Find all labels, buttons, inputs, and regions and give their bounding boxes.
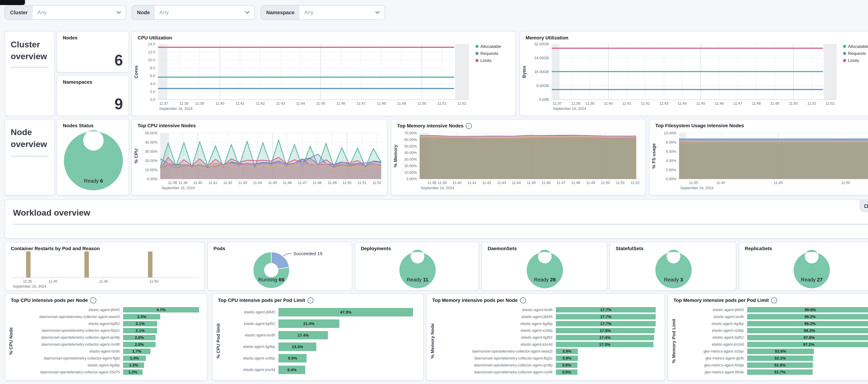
bar-category-label: elastic-agent-4g4kp <box>222 345 278 349</box>
bar-value-label: 17.4% <box>298 333 309 338</box>
bar-category-label: elastic-agent-tsrdh <box>15 349 123 353</box>
y-tick-label: 32.00GB <box>534 42 549 46</box>
x-tick-label: 11:40 <box>604 101 613 105</box>
y-tick-label: 10.0 <box>148 58 155 62</box>
statefulsets-panel: StatefulSets Ready 3 <box>610 242 736 291</box>
bar-row: elastic-agent-j684547.3% <box>222 307 419 318</box>
pods-donut[interactable]: Running 66Succeeded 19 <box>208 242 352 290</box>
cpu-utilization-chart[interactable]: 0.02.04.06.08.010.012.014.011:3711:3811:… <box>132 32 516 116</box>
divider <box>11 67 49 68</box>
x-tick-label: 11:48 <box>377 101 386 105</box>
namespace-filter-select[interactable]: Namespace Any <box>260 5 385 20</box>
bar: 2.0% <box>123 342 155 347</box>
bar-category-label: gke-metrics-agent-gtclh <box>677 356 747 360</box>
x-tick-label: 11:45 <box>774 181 783 185</box>
x-tick-label: 11:45 <box>316 101 325 105</box>
x-tick-label: 11:47 <box>557 181 565 185</box>
x-tick-label: 11:46 <box>715 101 724 105</box>
donut-slice <box>794 250 830 288</box>
bar-row: elastic-agent-bpf522.1% <box>15 320 203 327</box>
bar: 51.8% <box>747 362 813 368</box>
y-axis-title: % CPU <box>133 149 139 163</box>
bar-value-label: 17.7% <box>600 321 612 326</box>
info-icon[interactable]: i <box>520 297 526 303</box>
y-tick-label: 4.00% <box>666 159 676 163</box>
legend-dot <box>475 52 478 55</box>
bar-row: elastic-agent-j68454.7% <box>15 307 203 313</box>
panel-title: Deployments <box>361 246 391 251</box>
x-tick-label: 11:48 <box>313 181 322 185</box>
donut-label: Ready 3 <box>664 277 683 283</box>
info-icon[interactable]: i <box>307 297 313 303</box>
bar-category-label: elastic-agent-jmz4d <box>436 342 556 347</box>
bar-value-label: 97.2% <box>803 342 814 347</box>
bar: 1.4% <box>123 355 146 361</box>
bar-value-label: 2.0% <box>135 335 144 340</box>
top-memory-nodes-chart[interactable]: 0.00%10.00%20.00%30.00%40.00%50.00%60.00… <box>391 120 645 195</box>
x-tick-label: 11:40 <box>453 181 462 185</box>
bar-row: daemonset-opentelemetry-collector-agent-… <box>436 355 660 362</box>
bar-category-label: elastic-agent-xz66p <box>677 328 747 332</box>
cluster-filter-label: Cluster <box>5 5 33 19</box>
panel-title: Top Memory intensive Nodes <box>397 123 464 129</box>
x-tick-label: 11:42 <box>223 181 232 185</box>
x-tick-label: 11:52 <box>826 101 835 105</box>
legend-label: Limits <box>480 58 492 63</box>
y-tick-label: 60.00% <box>404 138 417 142</box>
y-tick-label: 6.0 <box>150 74 155 78</box>
bar-category-label: daemonset-opentelemetry-collector-agent-… <box>436 349 556 353</box>
bar-row: daemonset-opentelemetry-collector-agent-… <box>15 355 203 362</box>
panel-title: Top Memory intensive pods per Node <box>432 297 518 303</box>
top-cpu-pods-node-chart[interactable]: % CPU Node elastic-agent-j68454.7%daemon… <box>7 307 202 376</box>
bar-value-label: 17.7% <box>600 308 612 312</box>
memory-utilization-chart[interactable]: 0.00B8.00GB16.00GB24.00GB32.00GB11:3711:… <box>520 32 868 116</box>
node-filter-select[interactable]: Node Any <box>131 5 255 20</box>
x-tick-label: 11:39 <box>438 181 447 185</box>
bar-category-label: elastic-agent-j6845 <box>436 315 556 319</box>
top-memory-pods-limit-chart[interactable]: % Memory Pod Limit elastic-agent-j684599… <box>670 307 868 376</box>
bar-category-label: elastic-agent-jmz4d <box>677 342 747 347</box>
top-memory-pods-node-chart[interactable]: % Memory Node elastic-agent-tsrdh17.7%el… <box>429 307 660 376</box>
top-cpu-nodes-chart[interactable]: 0.00%10.00%20.00%30.00%40.00%50.00%11:38… <box>132 120 387 195</box>
donut-label: Ready 11 <box>407 277 428 283</box>
top-fs-nodes-chart[interactable]: 0.00%2.00%4.00%6.00%8.00%10.00%11:3511:4… <box>650 120 868 195</box>
x-tick-label: 11:50 <box>417 101 426 105</box>
bar-value-label: 1.7% <box>132 349 141 354</box>
y-tick-label: 0.00% <box>147 177 157 181</box>
x-tick-label: 11:40 <box>716 181 725 185</box>
top-cpu-pods-limit-chart[interactable]: % CPU Pod limit elastic-agent-j684547.3%… <box>215 307 418 376</box>
panel-title: Top Filesystem Usage intensive Nodes <box>655 123 744 128</box>
legend-dot <box>843 59 846 62</box>
panel-options-button[interactable] <box>859 200 868 213</box>
x-tick-label: 11:40 <box>215 101 224 105</box>
y-tick-label: 0.0 <box>150 98 155 102</box>
x-tick-label: 11:38 <box>427 181 436 185</box>
pods-panel: Pods Running 66Succeeded 19 <box>207 242 352 291</box>
cluster-filter-select[interactable]: Cluster Any <box>4 5 126 20</box>
info-icon[interactable]: i <box>466 123 472 129</box>
nodes-status-donut[interactable]: Ready 6 <box>57 120 129 195</box>
y-tick-label: 16.00GB <box>534 70 549 74</box>
info-icon[interactable]: i <box>771 297 777 303</box>
bar: 2.1% <box>123 328 157 333</box>
bar-category-label: elastic-agent-jmz4d <box>222 368 278 372</box>
node-overview-title: Node overview <box>11 126 50 150</box>
x-tick-label: 11:45 <box>99 279 108 283</box>
deployments-panel: Deployments Ready 11 <box>355 242 479 291</box>
x-tick-label: 11:50 <box>150 279 158 283</box>
info-icon[interactable]: i <box>90 297 96 303</box>
bar-value-label: 1.2% <box>128 370 137 375</box>
top-cpu-pods-node-panel: Top CPU intensive pods per Nodei % CPU N… <box>4 293 207 381</box>
bar-category-label: daemonset-opentelemetry-collector-agent-… <box>436 356 556 360</box>
date-label: September 16, 2024 <box>161 186 195 190</box>
bar-value-label: 52.6% <box>775 349 786 354</box>
bar-row: daemonset-opentelemetry-collector-agent-… <box>436 369 660 376</box>
bar-value-label: 98.3% <box>804 328 815 333</box>
x-tick-label: 11:46 <box>336 101 345 105</box>
x-tick-label: 11:41 <box>208 181 217 185</box>
nodes-metric-title: Nodes <box>63 35 78 41</box>
donut-label: Ready 6 <box>84 178 103 184</box>
bar-row: elastic-agent-xz66p17.5% <box>436 327 660 334</box>
bar-value-label: 99.2% <box>804 321 815 326</box>
cluster-filter-value: Any <box>33 9 116 15</box>
